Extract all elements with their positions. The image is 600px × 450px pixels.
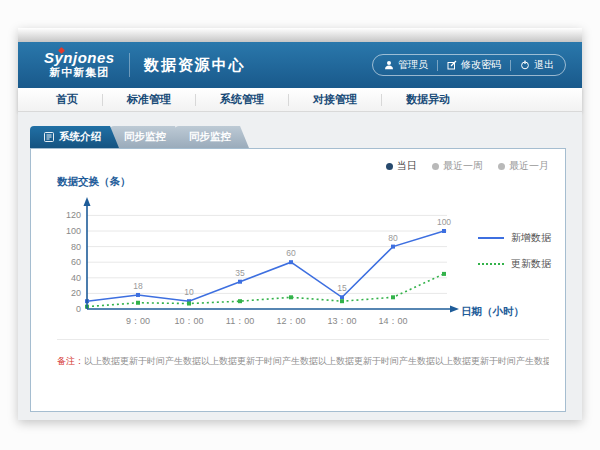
svg-text:15: 15 bbox=[337, 283, 347, 293]
nav-item-4[interactable]: 数据异动 bbox=[382, 92, 474, 107]
tab-1[interactable]: 同步监控 bbox=[110, 126, 184, 148]
svg-text:60: 60 bbox=[286, 248, 296, 258]
legend-line-sample bbox=[478, 237, 504, 239]
content-area: 系统介绍同步监控同步监控 当日最近一周最近一月 数据交换（条） 02040608… bbox=[18, 112, 582, 420]
document-icon bbox=[44, 132, 54, 142]
page-title: 数据资源中心 bbox=[144, 56, 246, 75]
svg-text:100: 100 bbox=[437, 217, 451, 227]
tab-label: 同步监控 bbox=[189, 130, 231, 144]
svg-text:35: 35 bbox=[235, 268, 245, 278]
logo-subtext: 新中新集团 bbox=[44, 65, 115, 80]
x-axis-title: 日期（小时） bbox=[461, 305, 524, 319]
legend-line-sample bbox=[478, 263, 504, 265]
app-window: Synjones 新中新集团 数据资源中心 管理员 bbox=[18, 28, 582, 420]
svg-text:12：00: 12：00 bbox=[276, 316, 305, 326]
legend-label: 更新数据 bbox=[511, 257, 551, 271]
nav-item-1[interactable]: 标准管理 bbox=[103, 92, 195, 107]
svg-text:100: 100 bbox=[66, 226, 81, 236]
header-divider bbox=[129, 53, 130, 77]
tab-2[interactable]: 同步监控 bbox=[175, 126, 249, 148]
user-icon bbox=[384, 60, 394, 70]
tab-label: 系统介绍 bbox=[59, 130, 101, 144]
nav-item-3[interactable]: 对接管理 bbox=[289, 92, 381, 107]
logo: Synjones 新中新集团 bbox=[44, 50, 115, 80]
logout-button[interactable]: 退出 bbox=[520, 58, 554, 72]
svg-text:0: 0 bbox=[76, 304, 81, 314]
change-password-label: 修改密码 bbox=[461, 58, 501, 72]
chart-legend: 新增数据更新数据 bbox=[478, 231, 551, 271]
svg-text:80: 80 bbox=[388, 233, 398, 243]
tab-label: 同步监控 bbox=[124, 130, 166, 144]
svg-text:9：00: 9：00 bbox=[126, 316, 150, 326]
svg-text:120: 120 bbox=[66, 210, 81, 220]
nav-item-2[interactable]: 系统管理 bbox=[196, 92, 288, 107]
svg-text:10：00: 10：00 bbox=[174, 316, 203, 326]
svg-text:13：00: 13：00 bbox=[327, 316, 356, 326]
page-background: Synjones 新中新集团 数据资源中心 管理员 bbox=[0, 0, 600, 450]
svg-text:14：00: 14：00 bbox=[378, 316, 407, 326]
tab-0[interactable]: 系统介绍 bbox=[30, 126, 119, 148]
main-nav: 首页标准管理系统管理对接管理数据异动 bbox=[18, 88, 582, 112]
window-top-strip bbox=[18, 28, 582, 42]
svg-text:11：00: 11：00 bbox=[226, 316, 254, 326]
legend-label: 新增数据 bbox=[511, 231, 551, 245]
user-label: 管理员 bbox=[398, 58, 428, 72]
user-actions-pill: 管理员 修改密码 退出 bbox=[372, 54, 566, 76]
edit-icon bbox=[447, 60, 457, 70]
note-text: 以上数据更新于时间产生数据以上数据更新于时间产生数据以上数据更新于时间产生数据以… bbox=[84, 356, 549, 366]
note-prefix: 备注： bbox=[57, 356, 84, 366]
legend-item-0: 新增数据 bbox=[478, 231, 551, 245]
svg-text:10: 10 bbox=[184, 287, 194, 297]
chart-panel: 当日最近一周最近一月 数据交换（条） 0204060801001209：0010… bbox=[30, 148, 566, 412]
footer-note: 备注：以上数据更新于时间产生数据以上数据更新于时间产生数据以上数据更新于时间产生… bbox=[57, 339, 549, 368]
power-icon bbox=[520, 60, 530, 70]
svg-text:60: 60 bbox=[71, 257, 81, 267]
legend-item-1: 更新数据 bbox=[478, 257, 551, 271]
logout-label: 退出 bbox=[534, 58, 554, 72]
svg-text:80: 80 bbox=[71, 242, 81, 252]
app-header: Synjones 新中新集团 数据资源中心 管理员 bbox=[18, 42, 582, 88]
svg-text:40: 40 bbox=[71, 273, 81, 283]
change-password-button[interactable]: 修改密码 bbox=[447, 58, 501, 72]
tab-bar: 系统介绍同步监控同步监控 bbox=[30, 126, 582, 148]
pill-separator bbox=[437, 60, 438, 71]
nav-item-0[interactable]: 首页 bbox=[32, 92, 102, 107]
pill-separator bbox=[510, 60, 511, 71]
svg-text:18: 18 bbox=[133, 281, 143, 291]
user-menu[interactable]: 管理员 bbox=[384, 58, 428, 72]
logo-text: Synjones bbox=[44, 50, 115, 65]
svg-text:20: 20 bbox=[71, 288, 81, 298]
